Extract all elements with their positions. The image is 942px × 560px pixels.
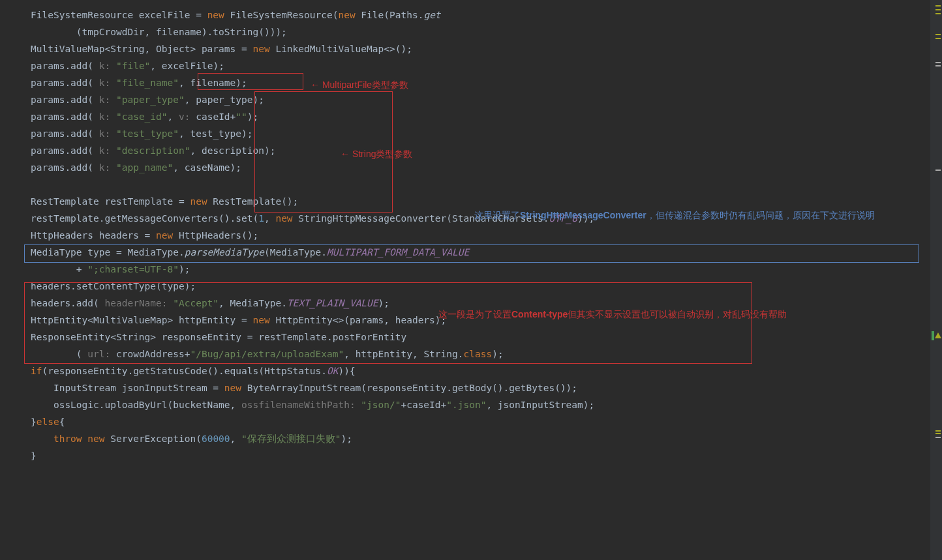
code-editor[interactable]: FileSystemResource excelFile = new FileS… <box>0 0 942 464</box>
code-line: params.add( k: "test_type", test_type); <box>0 125 942 142</box>
string: "保存到众测接口失败" <box>241 434 341 444</box>
code-line: }else{ <box>0 413 942 430</box>
annotation-text: Content-type <box>511 309 568 319</box>
code-text: , MediaType. <box>219 298 287 308</box>
string: "paper_type" <box>116 95 185 105</box>
code-text: , <box>230 434 241 444</box>
param-hint: k: <box>99 145 116 156</box>
code-line: params.add( k: "file_name", filename); <box>0 74 942 91</box>
arrow-icon: ← <box>311 80 320 90</box>
method: get <box>423 10 440 20</box>
keyword: throw <box>53 434 82 444</box>
arrow-icon: ← <box>341 149 350 159</box>
string: "json/" <box>361 400 401 410</box>
code-line: FileSystemResource excelFile = new FileS… <box>0 7 942 23</box>
code-text: ); <box>341 434 352 444</box>
code-text: LinkedMultiValueMap<>(); <box>270 44 412 54</box>
code-text: File(Paths. <box>356 10 424 20</box>
annotation-contenttype: 这一段是为了设置Content-type但其实不显示设置也可以被自动识别，对乱码… <box>438 307 921 321</box>
code-text: crowdAddress+ <box>116 349 190 359</box>
code-text: , <box>150 61 161 71</box>
code-text: params.add( <box>31 162 99 173</box>
minimap-marker <box>935 9 941 10</box>
minimap-marker <box>935 437 941 438</box>
code-line: params.add( k: "paper_type", paper_type)… <box>0 91 942 108</box>
code-text: , jsonInputStream); <box>486 400 594 410</box>
param-hint: k: <box>99 61 116 71</box>
keyword: new <box>252 44 269 54</box>
string: "/Bug/api/extra/uploadExam" <box>190 349 344 359</box>
code-line: MediaType type = MediaType.parseMediaTyp… <box>0 244 942 261</box>
string: "file" <box>116 61 150 71</box>
warning-icon <box>935 332 941 338</box>
param-hint: url: <box>87 349 116 359</box>
annotation-converter: 这里设置了StringHttpMessageConverter，但传递混合参数时… <box>474 208 931 222</box>
code-text: +caseId+ <box>401 400 446 410</box>
annotation-multipart: ← MultipartFile类型参数 <box>311 76 408 93</box>
minimap[interactable] <box>930 0 942 560</box>
code-text: HttpEntity<>(params, headers); <box>270 315 447 325</box>
keyword: new <box>275 213 292 224</box>
annotation-text: StringHttpMessageConverter <box>520 210 646 220</box>
code-text: filename); <box>190 78 247 88</box>
code-line: MultiValueMap<String, Object> params = n… <box>0 40 942 57</box>
code-text: params.add( <box>31 128 99 139</box>
param-hint: k: <box>99 162 116 173</box>
code-text: params.add( <box>31 95 99 105</box>
minimap-marker <box>935 169 941 171</box>
param-hint: k: <box>99 78 116 88</box>
method: parseMediaType <box>185 247 264 258</box>
code-text: RestTemplate restTemplate = <box>31 196 190 207</box>
minimap-marker <box>935 430 941 432</box>
annotation-text: MultipartFile类型参数 <box>322 80 408 90</box>
code-text: (responseEntity.getStatusCode().equals(H… <box>42 366 327 376</box>
code-text: { <box>59 417 65 427</box>
code-text: restTemplate.getMessageConverters().set( <box>31 213 258 224</box>
string: "test_type" <box>116 128 179 139</box>
annotation-text: 但其实不显示设置也可以被自动识别，对乱码没有帮助 <box>568 309 787 319</box>
keyword: new <box>87 434 104 444</box>
code-text: HttpHeaders(); <box>173 230 258 241</box>
code-text: params.add( <box>31 111 99 122</box>
code-text: ); <box>247 111 258 122</box>
string: "case_id" <box>116 111 168 122</box>
code-text: excelFile); <box>162 61 224 71</box>
param-hint: ossfilenameWithPath: <box>241 400 361 410</box>
number: 1 <box>258 213 264 224</box>
code-line: + ";charset=UTF-8"); <box>0 261 942 278</box>
code-text: , <box>168 111 179 122</box>
keyword: new <box>224 383 241 393</box>
code-text <box>31 434 53 444</box>
code-text: HttpHeaders headers = <box>31 230 156 241</box>
code-text <box>82 434 88 444</box>
string: "" <box>236 111 247 122</box>
string: "app_name" <box>116 162 173 173</box>
annotation-text: String类型参数 <box>352 149 413 159</box>
code-text: , paper_type); <box>185 95 264 105</box>
code-line: ossLogic.uploadByUrl(bucketName, ossfile… <box>0 396 942 413</box>
param-hint: v: <box>179 111 196 122</box>
code-text: (MediaType. <box>264 247 327 258</box>
code-line: (tmpCrowdDir, filename).toString())); <box>0 23 942 40</box>
code-text: ResponseEntity<String> responseEntity = … <box>31 332 406 342</box>
code-text: params.add( <box>31 145 99 156</box>
minimap-marker <box>935 433 941 434</box>
code-text: HttpEntity<MultiValueMap> httpEntity = <box>31 315 252 325</box>
minimap-marker <box>935 38 941 39</box>
code-text: RestTemplate(); <box>207 196 299 207</box>
code-text: + <box>31 264 87 274</box>
string: "Accept" <box>173 298 219 308</box>
code-line: params.add( k: "description", descriptio… <box>0 142 942 159</box>
code-text: headers.add( <box>31 298 105 308</box>
code-text: } <box>31 417 37 427</box>
string: "description" <box>116 145 190 156</box>
code-line: headers.setContentType(type); <box>0 278 942 295</box>
code-text: headers.setContentType(type); <box>31 281 196 291</box>
string: ".json" <box>446 400 486 410</box>
code-text: ServerException( <box>105 434 202 444</box>
keyword: new <box>190 196 207 207</box>
code-text: caseName); <box>185 162 241 173</box>
minimap-marker <box>935 13 941 14</box>
param-hint: k: <box>99 128 116 139</box>
code-line: throw new ServerException(60000, "保存到众测接… <box>0 430 942 447</box>
